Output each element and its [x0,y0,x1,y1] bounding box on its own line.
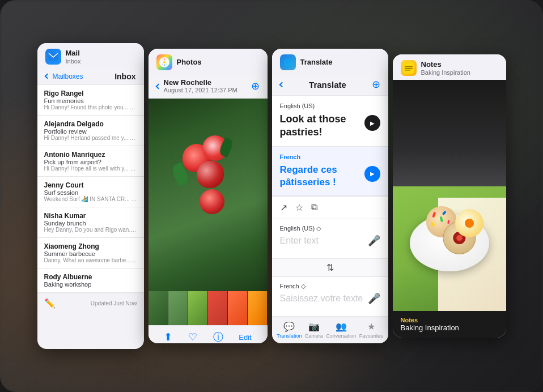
mail-app-title: Mail [66,49,81,58]
translate-tab-favourites[interactable]: ★ Favourites [359,321,383,339]
mail-subject-2: Portfolio review [44,128,137,135]
rose-3 [197,161,224,188]
translate-tab-translation[interactable]: 💬 Translation [277,321,302,339]
notes-title-area: Notes Baking Inspiration [421,60,470,76]
translate-source-section: English (US) Look at those pastries! ▶ [272,96,388,147]
compose-icon[interactable]: ✏️ [44,298,56,309]
translate-app-card[interactable]: 🌐 Translate Translate ⊕ English (US) Loo… [272,49,388,343]
mail-title-area: Mail Inbox [66,49,81,65]
mail-preview-6: Danny, What an awesome barbe... much fun… [44,257,137,263]
mail-updated-text: Updated Just Now [91,300,137,306]
translate-title-area: Translate [300,58,333,67]
translate-star-icon[interactable]: ☆ [295,202,303,213]
photos-app-title: Photos [177,58,202,67]
photos-date-text: August 17, 2021 12:37 PM [164,87,237,93]
photos-main-image [149,99,268,291]
mail-item-3[interactable]: Antonio Manriquez Pick up from airport? … [37,146,144,177]
filmstrip-6[interactable] [248,291,268,325]
translate-output-placeholder[interactable]: Saisissez votre texte [280,293,363,304]
filmstrip-4[interactable] [208,291,228,325]
translation-tab-icon: 💬 [283,321,295,332]
translate-source-text: Look at those pastries! [280,113,364,139]
rose-4 [200,189,224,214]
mail-back-button[interactable]: Mailboxes [45,73,83,80]
camera-tab-icon: 📷 [308,321,320,332]
mail-inbox-title: Inbox [114,72,135,81]
photos-app-card[interactable]: Photos New Rochelle August 17, 2021 12:3… [149,49,268,343]
sprinkle-pink [447,220,449,224]
translate-target-play-button[interactable]: ▶ [364,166,380,182]
svg-point-3 [163,61,166,63]
mail-preview-4: Weekend Surf 🏄 IN SANTA CR... waves Chil… [44,196,137,202]
filmstrip-1[interactable] [149,291,168,325]
photos-add-icon[interactable]: ⊕ [251,80,260,92]
mail-subject-7: Baking workshop [44,281,137,288]
notes-note-subtitle: Baking Inspiration [401,323,498,332]
translate-tab-conversation[interactable]: 👥 Conversation [326,321,356,339]
mail-item-4[interactable]: Jenny Court Surf session Weekend Surf 🏄 … [37,177,144,207]
mail-item-7[interactable]: Rody Albuerne Baking workshop [37,269,144,293]
photos-app-header: Photos [149,49,268,74]
translate-output-section: French ◇ Saisissez votre texte 🎤 [272,277,388,316]
translate-copy-icon[interactable]: ⧉ [311,202,317,213]
notes-label: Notes [401,317,498,323]
filmstrip-2[interactable] [168,291,188,325]
jam-highlight [456,235,462,241]
photos-back-icon[interactable] [156,82,160,90]
mail-item-5[interactable]: Nisha Kumar Sunday brunch Hey Danny, Do … [37,207,144,238]
translation-tab-label: Translation [277,333,302,339]
notes-app-subtitle: Baking Inspiration [421,69,470,76]
sprinkle-red [432,212,436,218]
mail-item-6[interactable]: Xiaomeng Zhong Summer barbecue Danny, Wh… [37,238,144,269]
translate-actions-bar: ↗ ☆ ⧉ [272,196,388,219]
mail-preview-5: Hey Danny, Do you and Rigo wan... brunch… [44,227,137,233]
mail-preview-1: Hi Danny! Found this photo you... believ… [44,104,137,110]
filmstrip-5[interactable] [228,291,248,325]
translate-expand-icon[interactable]: ↗ [280,202,287,213]
photos-toolbar: ⬆ ♡ ⓘ Edit [149,325,268,343]
mail-sender-6: Xiaomeng Zhong [44,242,137,250]
translate-page-title: Translate [309,80,346,90]
conversation-tab-label: Conversation [326,333,356,339]
translate-back-button[interactable] [280,79,284,90]
favourites-tab-label: Favourites [359,333,383,339]
apps-container: Mail Inbox Mailboxes Inbox Rigo Rangel F… [0,0,543,392]
mail-sender-1: Rigo Rangel [44,90,137,97]
translate-swap-icon[interactable]: ⇅ [326,262,334,273]
notes-title-bar: Notes Baking Inspiration [393,311,506,338]
edit-button[interactable]: Edit [239,333,251,342]
info-button[interactable]: ⓘ [213,330,223,343]
mail-subject-4: Surf session [44,189,137,196]
mail-list: Rigo Rangel Fun memories Hi Danny! Found… [37,85,144,293]
translate-app-header: 🌐 Translate [272,49,388,74]
translate-target-section: French Regarde ces pâtisseries ! ▶ [272,147,388,196]
filmstrip-3[interactable] [188,291,208,325]
heart-button[interactable]: ♡ [188,331,197,343]
translate-output-mic-icon[interactable]: 🎤 [368,292,380,305]
translate-swap-bar: ⇅ [272,258,388,277]
translate-icon: 🌐 [280,54,296,70]
notes-image-content [393,80,506,311]
sprinkle-yellow [431,222,435,227]
translate-add-icon[interactable]: ⊕ [372,78,380,91]
notes-app-header: Notes Baking Inspiration [393,54,506,80]
translate-source-play-button[interactable]: ▶ [364,115,380,131]
mail-subject-6: Summer barbecue [44,250,137,257]
mail-subject-1: Fun memories [44,97,137,104]
translate-footer-tabs: 💬 Translation 📷 Camera 👥 Conversation ★ … [272,316,388,343]
translate-icon-symbol: 🌐 [283,58,292,67]
translate-tab-camera[interactable]: 📷 Camera [305,321,323,339]
mail-item-2[interactable]: Alejandra Delgado Portfolio review Hi Da… [37,116,144,146]
notes-app-card[interactable]: Notes Baking Inspiration [393,54,506,338]
sprinkle-green [439,216,443,223]
mail-app-card[interactable]: Mail Inbox Mailboxes Inbox Rigo Rangel F… [37,43,144,349]
mail-item-1[interactable]: Rigo Rangel Fun memories Hi Danny! Found… [37,85,144,116]
share-button[interactable]: ⬆ [164,331,172,343]
translate-input-lang-label: English (US) ◇ [280,225,380,232]
translate-mic-icon[interactable]: 🎤 [368,235,380,247]
sprinkle-blue [442,211,446,216]
translate-output-lang-label: French ◇ [280,283,380,290]
translate-input-placeholder[interactable]: Enter text [280,236,319,246]
mail-sender-5: Nisha Kumar [44,212,137,220]
back-chevron-icon [44,74,50,79]
